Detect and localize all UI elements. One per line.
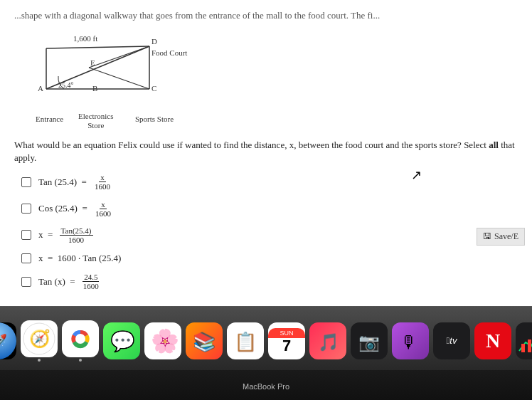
answer-choices: Tan (25.4) = x 1600 Cos (25.4) = x 1600 xyxy=(21,173,518,290)
question-part1: What would be an equation Felix could us… xyxy=(14,140,489,150)
dock-item-books[interactable]: 📚 xyxy=(186,322,223,359)
dock-item-podcasts[interactable]: 🎙 xyxy=(392,322,429,359)
netflix-icon: N xyxy=(474,322,511,359)
svg-text:Food Court: Food Court xyxy=(151,48,187,57)
svg-point-24 xyxy=(75,334,85,344)
choice-2: Cos (25.4) = x 1600 xyxy=(21,200,518,218)
svg-line-5 xyxy=(89,46,149,68)
svg-text:💬: 💬 xyxy=(110,330,135,353)
svg-text:🚀: 🚀 xyxy=(0,333,7,350)
checkbox-5[interactable] xyxy=(21,277,31,287)
entrance-label: Entrance xyxy=(36,115,63,123)
save-label: Save/E xyxy=(494,231,518,242)
chrome-icon xyxy=(62,320,99,357)
question-text: What would be an equation Felix could us… xyxy=(14,139,518,164)
svg-text:📷: 📷 xyxy=(358,332,380,352)
chrome-dot xyxy=(79,359,82,362)
dock-item-messages[interactable]: 💬 xyxy=(103,322,140,359)
checkbox-1[interactable] xyxy=(21,177,31,187)
dock-item-music[interactable]: 🎵 xyxy=(309,322,346,359)
svg-text:E: E xyxy=(90,58,95,67)
photos-icon: 🌸 xyxy=(144,322,181,359)
header-text: ...shape with a diagonal walkway that go… xyxy=(14,10,380,21)
checkbox-3[interactable] xyxy=(21,230,31,240)
choice-4: x = 1600 · Tan (25.4) xyxy=(21,253,518,264)
svg-text:🎵: 🎵 xyxy=(318,332,339,352)
svg-text:D: D xyxy=(151,37,157,46)
dock-item-calendar[interactable]: SUN 7 xyxy=(268,322,305,359)
main-content: ...shape with a diagonal walkway that go… xyxy=(0,0,532,306)
music-icon: 🎵 xyxy=(309,322,346,359)
svg-text:📚: 📚 xyxy=(193,330,216,353)
reminders-icon: 📋 xyxy=(227,322,264,359)
choice-4-math: x = 1600 · Tan (25.4) xyxy=(38,253,121,264)
macbook-pro-label: MacBook Pro xyxy=(243,382,289,391)
choice-3-math: x = Tan(25.4) 1600 xyxy=(38,226,95,244)
svg-line-2 xyxy=(46,46,149,48)
numerator-2: x xyxy=(100,200,107,209)
fraction-1: x 1600 xyxy=(93,173,112,191)
sports-store-label: Sports Store xyxy=(135,115,174,123)
messages-icon: 💬 xyxy=(103,322,140,359)
dock-item-launchpad[interactable]: 🚀 xyxy=(0,322,16,359)
denominator-2: 1600 xyxy=(94,209,112,218)
diagram-svg: 1,600 ft D E Food Court A 25.4° B C xyxy=(25,28,252,110)
svg-text:A: A xyxy=(38,84,43,93)
svg-rect-34 xyxy=(528,340,531,352)
svg-rect-33 xyxy=(521,344,525,352)
fraction-3: Tan(25.4) 1600 xyxy=(60,226,93,244)
podcasts-icon: 🎙 xyxy=(392,322,429,359)
choice-5-math: Tan (x) = 24.5 1600 xyxy=(38,273,102,290)
dock-item-chrome[interactable] xyxy=(62,320,99,362)
calendar-icon: SUN 7 xyxy=(268,322,305,359)
choice-5: Tan (x) = 24.5 1600 xyxy=(21,273,518,290)
dock-item-netflix[interactable]: N xyxy=(474,322,511,359)
top-partial-text: ...shape with a diagonal walkway that go… xyxy=(14,7,518,21)
denominator-5: 1600 xyxy=(82,282,100,290)
dock-item-camera[interactable]: 📷 xyxy=(351,322,388,359)
fraction-5: 24.5 1600 xyxy=(82,273,100,290)
dock-item-appletv[interactable]: tv xyxy=(433,322,470,359)
choice-3: x = Tan(25.4) 1600 xyxy=(21,226,518,244)
numerator-1: x xyxy=(99,173,106,182)
denominator-3: 1600 xyxy=(67,236,85,244)
dock-bar: 🙂 🚀 🧭 xyxy=(0,306,532,370)
dock-area: 🙂 🚀 🧭 xyxy=(0,306,532,400)
svg-line-6 xyxy=(89,68,149,89)
checkbox-4[interactable] xyxy=(21,253,31,263)
books-icon: 📚 xyxy=(186,322,223,359)
save-button[interactable]: 🖫 Save/E xyxy=(477,228,525,246)
dock-item-stocks[interactable] xyxy=(516,322,532,359)
svg-text:🧭: 🧭 xyxy=(29,328,50,349)
stocks-icon xyxy=(516,322,532,359)
denominator-1: 1600 xyxy=(93,182,112,191)
checkbox-2[interactable] xyxy=(21,204,31,214)
numerator-3: Tan(25.4) xyxy=(60,226,93,236)
launchpad-icon: 🚀 xyxy=(0,322,16,359)
numerator-5: 24.5 xyxy=(83,273,99,282)
question-bold: all xyxy=(489,140,499,150)
appletv-icon: tv xyxy=(433,322,470,359)
geometry-diagram: 1,600 ft D E Food Court A 25.4° B C Entr… xyxy=(25,28,252,110)
macbook-label-area: MacBook Pro xyxy=(0,370,532,400)
fraction-2: x 1600 xyxy=(94,200,112,218)
svg-text:1,600 ft: 1,600 ft xyxy=(73,34,97,43)
svg-text:C: C xyxy=(151,84,156,93)
dock-item-safari[interactable]: 🧭 xyxy=(21,320,58,362)
electronics-label: ElectronicsStore xyxy=(78,112,113,130)
safari-icon: 🧭 xyxy=(21,320,58,357)
svg-text:🎙: 🎙 xyxy=(400,333,417,352)
choice-2-math: Cos (25.4) = x 1600 xyxy=(38,200,114,218)
choice-1-math: Tan (25.4) = x 1600 xyxy=(38,173,113,191)
dock-item-reminders[interactable]: 📋 xyxy=(227,322,264,359)
svg-text:🌸: 🌸 xyxy=(151,327,179,354)
camera-icon: 📷 xyxy=(351,322,388,359)
safari-dot xyxy=(38,359,41,362)
svg-text:25.4°: 25.4° xyxy=(58,81,74,89)
dock-item-photos[interactable]: 🌸 xyxy=(144,322,181,359)
save-icon: 🖫 xyxy=(483,231,491,242)
svg-text:📋: 📋 xyxy=(234,330,257,353)
choice-1: Tan (25.4) = x 1600 xyxy=(21,173,518,191)
svg-text:B: B xyxy=(92,84,97,93)
